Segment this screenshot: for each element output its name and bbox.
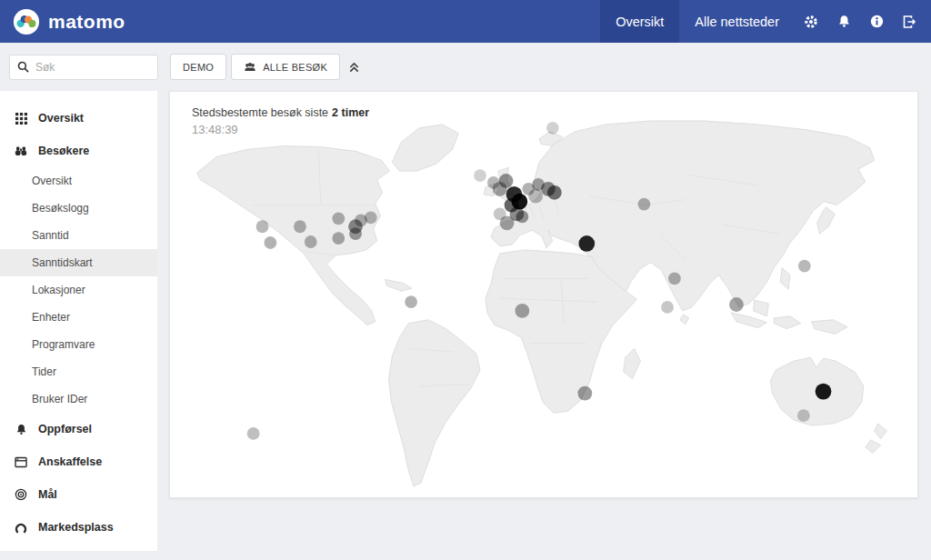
matomo-app: matomo Oversikt Alle nettsteder (0, 0, 931, 560)
sidebar-item-overview[interactable]: Oversikt (0, 167, 157, 195)
segment-selector-button[interactable]: ALLE BESØK (231, 54, 340, 80)
nav-tab-alle-nettsteder[interactable]: Alle nettsteder (679, 0, 795, 43)
top-navbar: matomo Oversikt Alle nettsteder (0, 0, 931, 43)
visitor-dot[interactable] (546, 122, 559, 135)
sidebar-item-behaviour[interactable]: Oppførsel (0, 413, 157, 445)
segment-label: ALLE BESØK (263, 62, 327, 73)
matomo-logo[interactable]: matomo (0, 8, 125, 35)
search-input[interactable] (35, 61, 145, 74)
map-landmasses (197, 121, 887, 486)
sidebar-item-dashboard[interactable]: Oversikt (0, 102, 157, 135)
visitor-dot[interactable] (405, 295, 417, 308)
binoculars-icon (15, 145, 27, 157)
visitor-dot[interactable] (661, 301, 674, 314)
sidebar-item-user-ids[interactable]: Bruker IDer (0, 385, 157, 413)
site-search[interactable] (9, 55, 158, 80)
sidebar-menu: Oversikt Besøkere Oversikt Besøks (0, 91, 157, 551)
visitor-dot[interactable] (474, 169, 486, 182)
visitor-dot[interactable] (729, 297, 744, 312)
world-map[interactable] (179, 117, 910, 492)
sidebar-item-locations[interactable]: Lokasjoner (0, 276, 157, 304)
gear-icon[interactable] (795, 0, 827, 43)
visitor-dot[interactable] (349, 227, 362, 240)
visitor-dot[interactable] (797, 409, 810, 422)
bell-icon[interactable] (827, 0, 860, 43)
sidebar-item-devices[interactable]: Enheter (0, 304, 157, 331)
window-icon (15, 455, 27, 468)
matomo-logo-icon (13, 8, 40, 35)
visitors-icon (244, 62, 256, 73)
visitor-dot[interactable] (547, 185, 562, 200)
bell-icon (15, 423, 27, 435)
chevron-double-up-icon[interactable] (348, 61, 360, 74)
visitor-dot[interactable] (332, 212, 345, 225)
visitor-dot[interactable] (668, 273, 681, 285)
visitor-dot[interactable] (528, 189, 543, 204)
signout-icon[interactable] (893, 0, 926, 43)
sidebar-item-software[interactable]: Programvare (0, 331, 157, 358)
brand-name: matomo (48, 11, 125, 33)
sidebar-item-visits-log[interactable]: Besøkslogg (0, 195, 157, 222)
grid-icon (15, 112, 27, 125)
nav-tab-oversikt[interactable]: Oversikt (600, 0, 679, 43)
visitor-dot[interactable] (816, 384, 832, 400)
info-icon[interactable] (860, 0, 893, 43)
realtime-map-card: Stedsbestemte besøk siste2 timer 13:48:3… (169, 91, 918, 498)
sidebar-item-real-time-map[interactable]: Sanntidskart (0, 249, 157, 276)
visitor-dot[interactable] (294, 220, 306, 233)
sidebar-item-marketplace[interactable]: Markedsplass (0, 511, 157, 544)
visitor-dot[interactable] (515, 304, 529, 318)
visitor-dot[interactable] (256, 220, 269, 233)
navbar-right: Oversikt Alle nettsteder (600, 0, 931, 43)
sidebar-item-real-time[interactable]: Sanntid (0, 222, 157, 249)
sidebar-item-acquisition[interactable]: Anskaffelse (0, 445, 157, 478)
visitor-dot[interactable] (798, 260, 811, 273)
search-icon (17, 61, 29, 73)
visitor-dot[interactable] (578, 235, 595, 252)
visitor-dot[interactable] (638, 198, 651, 211)
visitor-dot[interactable] (493, 182, 507, 196)
sidebar-item-visitors[interactable]: Besøkere (0, 135, 157, 167)
visitor-dot[interactable] (332, 232, 345, 245)
visitor-dot[interactable] (516, 211, 528, 224)
visitor-dot[interactable] (264, 236, 276, 249)
segment-bar: DEMO ALLE BESØK (0, 43, 931, 91)
sidebar-item-goals[interactable]: Mål (0, 478, 157, 511)
visitor-dot[interactable] (577, 386, 592, 401)
visitor-dot[interactable] (365, 211, 377, 224)
visitor-dot[interactable] (500, 215, 515, 230)
visitor-dot[interactable] (305, 235, 317, 248)
target-icon (15, 488, 27, 501)
marketplace-icon (15, 521, 27, 534)
sidebar-item-times[interactable]: Tider (0, 358, 157, 385)
site-selector-button[interactable]: DEMO (170, 54, 226, 80)
visitor-dot[interactable] (247, 427, 260, 440)
